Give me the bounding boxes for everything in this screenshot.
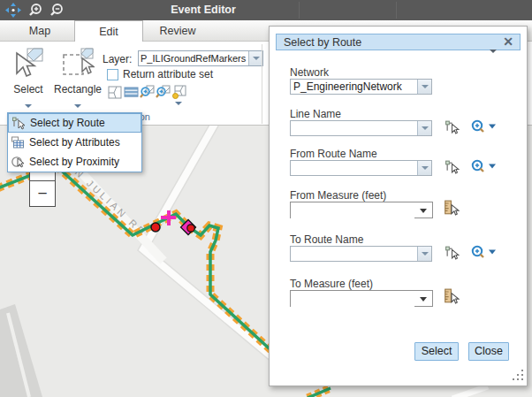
select-by-attributes-icon — [11, 135, 25, 149]
tab-review[interactable]: Review — [143, 20, 212, 42]
select-dropdown-menu: Select by Route Select by Attributes Sel… — [7, 112, 142, 172]
rectangle-tool-button[interactable]: Rectangle — [53, 48, 103, 111]
select-tool-label: Select — [7, 83, 49, 95]
menu-item-select-by-route[interactable]: Select by Route — [8, 113, 141, 133]
to-route-dropdown-button[interactable] — [417, 247, 431, 261]
to-measure-input[interactable] — [291, 293, 414, 308]
menu-item-select-by-proximity[interactable]: Select by Proximity — [8, 152, 141, 172]
select-by-route-icon — [11, 116, 26, 130]
to-route-pick-route-icon[interactable] — [445, 245, 460, 260]
tab-edit[interactable]: Edit — [74, 20, 143, 42]
from-measure-combobox[interactable] — [290, 202, 433, 218]
network-label: Network — [290, 66, 329, 79]
attribute-list-icon[interactable] — [124, 85, 139, 100]
red-point-marker-2 — [187, 225, 194, 232]
ribbon-group-separator — [262, 44, 262, 124]
header-separator — [299, 2, 300, 19]
from-route-dropdown-button[interactable] — [417, 161, 431, 175]
rectangle-tool-label: Rectangle — [53, 83, 103, 95]
line-name-zoom-icon[interactable] — [471, 119, 498, 134]
to-measure-caret-icon[interactable] — [420, 297, 427, 302]
to-route-input[interactable] — [291, 247, 417, 261]
line-name-pick-route-icon[interactable] — [445, 119, 460, 134]
layer-label: Layer: — [103, 53, 132, 65]
menu-item-label: Select by Route — [30, 117, 105, 129]
layer-combobox[interactable] — [138, 50, 263, 66]
tab-map[interactable]: Map — [5, 20, 74, 42]
from-measure-pick-icon[interactable] — [444, 200, 460, 216]
select-tool-caret-icon[interactable] — [25, 104, 32, 108]
network-dropdown-button[interactable] — [417, 80, 431, 94]
panel-title: Select by Route — [284, 36, 361, 49]
network-input[interactable] — [291, 80, 417, 94]
line-name-dropdown-button[interactable] — [417, 121, 431, 135]
menu-item-select-by-attributes[interactable]: Select by Attributes — [8, 133, 141, 152]
menu-item-label: Select by Proximity — [29, 156, 119, 168]
selection-options-icon[interactable] — [171, 85, 186, 100]
rectangle-tool-icon — [61, 48, 95, 78]
selection-options-caret-icon[interactable] — [175, 102, 182, 105]
panel-close-button[interactable]: ✕ — [503, 34, 513, 49]
from-measure-input[interactable] — [291, 204, 414, 219]
panel-header[interactable]: Select by Route ✕ — [276, 34, 521, 50]
pan-icon[interactable] — [5, 3, 21, 18]
road-casing — [143, 126, 271, 356]
select-geometry-icon[interactable] — [108, 85, 123, 100]
from-route-pick-route-icon[interactable] — [445, 159, 460, 174]
close-button[interactable]: Close — [468, 342, 509, 361]
to-route-combobox[interactable] — [290, 246, 432, 262]
road-label: N JULIAN RD — [73, 167, 149, 239]
return-attribute-label: Return attribute set — [123, 68, 213, 80]
road-sliver — [452, 386, 488, 397]
zoom-out-icon[interactable] — [49, 3, 65, 18]
to-route-label: To Route Name — [290, 233, 363, 246]
zoom-to-selection-icon[interactable] — [140, 85, 155, 100]
zoom-in-icon[interactable] — [27, 3, 43, 18]
gray-band — [0, 304, 42, 397]
select-by-proximity-icon — [11, 155, 25, 169]
from-route-combobox[interactable] — [290, 160, 432, 176]
zoom-to-feature-icon[interactable] — [156, 85, 171, 100]
from-route-zoom-icon[interactable] — [471, 159, 498, 174]
from-measure-caret-icon[interactable] — [420, 209, 427, 213]
select-by-route-panel: Select by Route ✕ Network Line Name From… — [269, 26, 528, 386]
layer-input[interactable] — [139, 51, 248, 65]
select-tool-icon — [12, 48, 44, 78]
map-zoom-out-button[interactable]: − — [29, 181, 56, 207]
from-route-label: From Route Name — [290, 148, 377, 160]
to-route-zoom-icon[interactable] — [471, 245, 498, 260]
line-name-input[interactable] — [291, 121, 417, 135]
line-name-label: Line Name — [290, 108, 341, 120]
app-title: Event Editor — [133, 4, 274, 16]
from-route-input[interactable] — [291, 161, 417, 175]
app-header: Event Editor — [0, 0, 532, 20]
red-point-marker — [151, 223, 160, 232]
return-attribute-checkbox[interactable] — [107, 69, 118, 80]
menu-item-label: Select by Attributes — [29, 136, 120, 149]
line-name-combobox[interactable] — [290, 120, 432, 136]
to-measure-combobox[interactable] — [290, 290, 433, 307]
select-button[interactable]: Select — [414, 342, 459, 361]
panel-resize-grip[interactable] — [513, 370, 523, 380]
network-combobox[interactable] — [290, 79, 432, 95]
to-measure-label: To Measure (feet) — [290, 278, 373, 290]
header-separator — [396, 2, 397, 19]
select-tool-button[interactable]: Select — [7, 48, 49, 111]
from-measure-label: From Measure (feet) — [290, 189, 386, 202]
rectangle-tool-caret-icon[interactable] — [74, 104, 81, 108]
layer-dropdown-button[interactable] — [248, 51, 262, 65]
to-measure-pick-icon[interactable] — [444, 288, 460, 304]
panel-collapse-button[interactable] — [490, 41, 497, 57]
road — [143, 126, 271, 356]
